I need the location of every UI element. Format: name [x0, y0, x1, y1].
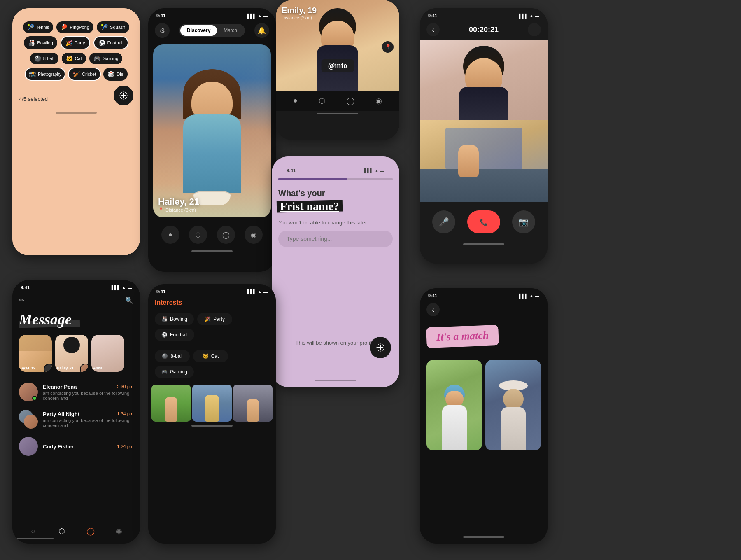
profile-action-user[interactable]: ◉ — [375, 96, 382, 105]
photo-cell-3[interactable] — [233, 385, 273, 422]
chip-label-squash: Squash — [110, 25, 125, 30]
int-chip-gaming-6[interactable]: 🎮 Gaming — [155, 366, 194, 378]
status-time-3: 9:41 — [156, 13, 165, 18]
msg-time-3: 1:24 pm — [117, 444, 133, 449]
msg-name-row-2: Party All Night 1:34 pm — [43, 411, 133, 417]
message-item-3[interactable]: Cody Fisher 1:24 pm — [12, 433, 140, 460]
action-cards[interactable]: ⬡ — [189, 226, 207, 244]
back-button-8[interactable]: ‹ — [426, 303, 440, 316]
profile-card[interactable]: Hailey, 21 📍 Distance (3km) — [153, 44, 271, 217]
chip-party[interactable]: 🎉 Party — [61, 36, 90, 49]
pencil-icon[interactable]: ✏ — [19, 296, 24, 304]
chip-emoji-cat: 🐱 — [66, 55, 73, 62]
gear-button[interactable]: ⚙ — [155, 23, 170, 38]
int-chip-8ball-6[interactable]: 🎱 8-ball — [155, 350, 190, 362]
card-name: Hailey, 21 — [158, 196, 199, 207]
status-icons-2: ▌▌▌ ▲ ▬ — [112, 285, 132, 290]
bell-button[interactable]: 🔔 — [254, 23, 269, 38]
message-item-1[interactable]: Eleanor Pena 2:30 pm am contacting you b… — [12, 378, 140, 406]
chip-label-photography: Photography — [38, 72, 61, 77]
int-emoji-football-6: ⚽ — [161, 332, 168, 338]
battery-3: ▬ — [263, 14, 268, 18]
interests-chips-row1: 🎳 Bowling 🎉 Party ⚽ Football — [148, 310, 276, 344]
tab-match[interactable]: Match — [217, 25, 244, 36]
int-chip-party-6[interactable]: 🎉 Party — [197, 313, 232, 325]
status-icons-7: ▌▌▌ ▲ ▬ — [519, 14, 539, 18]
mic-button[interactable]: 🎤 — [432, 210, 455, 233]
profile-action-dot[interactable]: ● — [293, 96, 298, 105]
photo-cell-2[interactable] — [192, 385, 232, 422]
chip-bowling[interactable]: 🎳 Bowling — [24, 36, 57, 49]
story-item-1[interactable]: Sy34, 19 — [19, 335, 52, 372]
chip-emoji-tennis: 🎾 — [27, 24, 34, 30]
status-icons-6: ▌▌▌ ▲ ▬ — [247, 289, 268, 294]
profile-action-cards[interactable]: ⬡ — [319, 96, 325, 105]
nav-chat-2[interactable]: ◯ — [85, 525, 96, 537]
chip-label-gaming: Gaming — [103, 56, 119, 61]
msg-info-1: Eleanor Pena 2:30 pm am contacting you b… — [43, 384, 133, 401]
chip-8ball[interactable]: 🎱 8-ball — [30, 53, 58, 64]
message-item-2[interactable]: Party All Night 1:34 pm am contacting yo… — [12, 406, 140, 433]
chip-cricket[interactable]: 🏏 Cricket — [68, 68, 101, 81]
phone-match: 9:41 ▌▌▌ ▲ ▬ ‹ It's a match — [420, 288, 548, 544]
match-photo-left[interactable] — [426, 360, 482, 450]
video-button[interactable]: 📷 — [512, 210, 535, 233]
nav-home-2[interactable]: ○ — [28, 525, 39, 537]
battery-icon-2: ▬ — [128, 285, 132, 290]
signal-3: ▌▌▌ — [247, 14, 256, 18]
signal-6: ▌▌▌ — [247, 289, 256, 294]
chip-label-die: Die — [117, 72, 124, 77]
profile-distance: Distance (2km) — [282, 15, 317, 20]
nav-cards-2[interactable]: ⬡ — [56, 525, 68, 537]
story-name-3: Anna, — [93, 366, 103, 370]
story-name-1: Sy34, 19 — [21, 366, 35, 370]
chip-tennis[interactable]: 🎾 Tennis — [23, 21, 54, 33]
profile-action-chat[interactable]: ◯ — [346, 96, 354, 105]
tab-discovery[interactable]: Discovery — [180, 25, 217, 36]
action-dot[interactable]: ● — [161, 226, 179, 244]
int-chip-bowling-6[interactable]: 🎳 Bowling — [155, 313, 194, 325]
chip-emoji-football: ⚽ — [98, 40, 105, 46]
story-item-2[interactable]: Hailey, 21 — [55, 335, 88, 372]
status-icons-3: ▌▌▌ ▲ ▬ — [247, 14, 268, 18]
status-bar-6: 9:41 ▌▌▌ ▲ ▬ — [148, 284, 276, 296]
chip-die[interactable]: 🎲 Die — [103, 68, 128, 81]
next-button[interactable] — [114, 86, 133, 105]
card-info: Hailey, 21 📍 Distance (3km) — [158, 196, 199, 212]
search-icon-msg[interactable]: 🔍 — [125, 296, 133, 304]
story-item-3[interactable]: Anna, — [91, 335, 124, 372]
chip-gaming[interactable]: 🎮 Gaming — [89, 53, 123, 64]
chip-emoji-cricket: 🏏 — [73, 71, 80, 77]
chip-emoji-party: 🎉 — [65, 40, 72, 46]
status-time-2: 9:41 — [21, 285, 30, 290]
firstname-next-button[interactable] — [370, 337, 391, 358]
home-indicator-6 — [191, 425, 233, 427]
wifi-8: ▲ — [529, 294, 534, 298]
chip-photography[interactable]: 📸 Photography — [25, 68, 65, 81]
nav-profile-2[interactable]: ◉ — [113, 525, 125, 537]
more-button-7[interactable]: ⋯ — [528, 23, 541, 36]
photo-cell-1[interactable] — [151, 385, 191, 422]
chip-cat[interactable]: 🐱 Cat — [62, 53, 86, 64]
chip-squash[interactable]: 🎾 Squash — [97, 21, 129, 33]
plus-icon — [119, 91, 128, 100]
int-chip-football-6[interactable]: ⚽ Football — [155, 329, 194, 341]
back-button-7[interactable]: ‹ — [426, 23, 440, 36]
home-indicator-4 — [317, 113, 358, 114]
status-time-7: 9:41 — [428, 13, 437, 18]
match-photo-right[interactable] — [485, 360, 541, 450]
profile-username: @info — [328, 61, 347, 70]
photo-grid — [151, 385, 273, 422]
action-profile[interactable]: ◉ — [245, 226, 263, 244]
int-label-gaming-6: Gaming — [170, 369, 187, 375]
chip-emoji-pingpong: 🏓 — [61, 24, 68, 30]
msg-preview-2: am contacting you because of the followi… — [43, 418, 133, 428]
firstname-label: Frist name? — [278, 200, 341, 212]
firstname-input[interactable] — [278, 231, 393, 247]
chip-football[interactable]: ⚽ Football — [93, 36, 128, 49]
chip-pingpong[interactable]: 🏓 PingPong — [56, 21, 93, 33]
msg-avatar-2-container — [19, 410, 38, 429]
action-chat[interactable]: ◯ — [217, 226, 235, 244]
int-chip-cat-6[interactable]: 🐱 Cat — [193, 350, 228, 362]
end-call-button[interactable]: 📞 — [467, 210, 500, 233]
